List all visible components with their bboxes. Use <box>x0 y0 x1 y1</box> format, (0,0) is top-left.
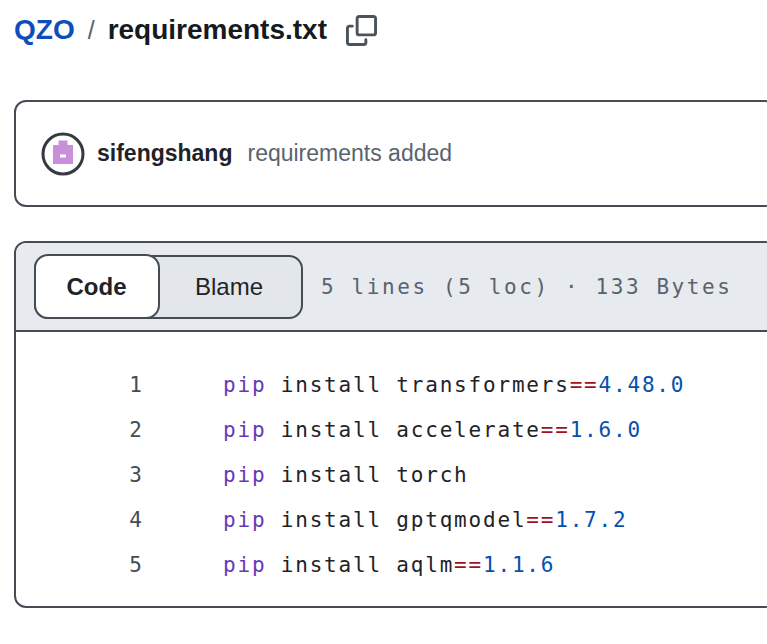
breadcrumb-filename: requirements.txt <box>108 10 327 50</box>
line-number[interactable]: 3 <box>16 453 142 498</box>
code-line-text: pip install torch <box>142 453 469 498</box>
commit-message[interactable]: requirements added <box>247 140 452 167</box>
breadcrumb-separator: / <box>88 10 95 50</box>
code-line-text: pip install transformers==4.48.0 <box>142 363 685 408</box>
code-line-text: pip install aqlm==1.1.6 <box>142 543 555 588</box>
commit-author[interactable]: sifengshang <box>97 140 232 167</box>
tab-code[interactable]: Code <box>34 254 160 319</box>
code-line: 1pip install transformers==4.48.0 <box>16 363 767 408</box>
identicon-avatar[interactable] <box>41 132 85 176</box>
code-line-text: pip install gptqmodel==1.7.2 <box>142 498 627 543</box>
code-blame-switcher: Code Blame <box>34 255 303 319</box>
code-line-text: pip install accelerate==1.6.0 <box>142 408 642 453</box>
code-line: 3pip install torch <box>16 453 767 498</box>
code-line: 5pip install aqlm==1.1.6 <box>16 543 767 588</box>
copy-path-button[interactable] <box>346 15 377 46</box>
breadcrumb: QZO / requirements.txt <box>14 10 377 50</box>
file-meta-info: 5 lines (5 loc) · 133 Bytes <box>321 275 733 299</box>
line-number[interactable]: 4 <box>16 498 142 543</box>
file-view-box: Code Blame 5 lines (5 loc) · 133 Bytes 1… <box>14 241 767 608</box>
breadcrumb-repo-link[interactable]: QZO <box>14 10 75 50</box>
code-line: 2pip install accelerate==1.6.0 <box>16 408 767 453</box>
line-number[interactable]: 1 <box>16 363 142 408</box>
tab-blame[interactable]: Blame <box>157 257 301 317</box>
file-view-header: Code Blame 5 lines (5 loc) · 133 Bytes <box>16 243 767 332</box>
code-line: 4pip install gptqmodel==1.7.2 <box>16 498 767 543</box>
line-number[interactable]: 2 <box>16 408 142 453</box>
code-area: 1pip install transformers==4.48.02pip in… <box>16 332 767 588</box>
copy-icon <box>346 15 377 46</box>
latest-commit-bar: sifengshang requirements added <box>14 100 767 207</box>
line-number[interactable]: 5 <box>16 543 142 588</box>
